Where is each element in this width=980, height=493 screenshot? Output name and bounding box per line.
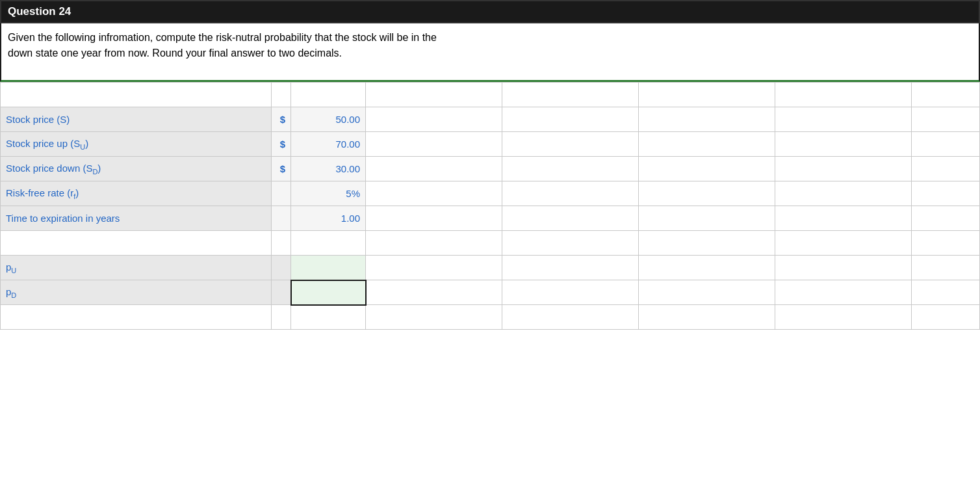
header-col5 — [502, 83, 639, 107]
stock-price-row: Stock price (S) $ 50.00 — [1, 107, 980, 132]
pd-label: pD — [1, 280, 272, 305]
risk-free-rate-row: Risk-free rate (rf) 5% — [1, 181, 980, 206]
question-header: Question 24 — [0, 0, 980, 23]
header-col7 — [775, 83, 912, 107]
pu-row: pU — [1, 256, 980, 280]
stock-price-down-row: Stock price down (SD) $ 30.00 — [1, 157, 980, 181]
stock-price-extra2 — [502, 107, 639, 132]
risk-free-rate-value: 5% — [291, 181, 366, 206]
time-expiration-row: Time to expiration in years 1.00 — [1, 206, 980, 231]
question-text-line1: Given the following infromation, compute… — [8, 32, 437, 43]
stock-price-up-currency: $ — [272, 132, 291, 157]
stock-price-value: 50.00 — [291, 107, 366, 132]
stock-price-up-row: Stock price up (SU) $ 70.00 — [1, 132, 980, 157]
stock-price-down-label: Stock price down (SD) — [1, 157, 272, 181]
question-title: Question 24 — [8, 5, 71, 18]
stock-price-up-value: 70.00 — [291, 132, 366, 157]
stock-price-extra5 — [912, 107, 980, 132]
stock-price-label: Stock price (S) — [1, 107, 272, 132]
stock-price-extra1 — [366, 107, 502, 132]
header-col6 — [639, 83, 775, 107]
pd-value[interactable] — [291, 280, 366, 305]
pu-value[interactable] — [291, 256, 366, 280]
question-body: Given the following infromation, compute… — [0, 23, 980, 82]
header-col4 — [366, 83, 502, 107]
header-col1 — [1, 83, 272, 107]
stock-price-extra4 — [775, 107, 912, 132]
question-text-line2: down state one year from now. Round your… — [8, 47, 342, 59]
time-expiration-label: Time to expiration in years — [1, 206, 272, 231]
empty-row-2 — [1, 305, 980, 330]
header-col2 — [272, 83, 291, 107]
time-expiration-value: 1.00 — [291, 206, 366, 231]
header-row — [1, 83, 980, 107]
stock-price-extra3 — [639, 107, 775, 132]
pu-currency — [272, 256, 291, 280]
risk-free-rate-label: Risk-free rate (rf) — [1, 181, 272, 206]
pd-currency — [272, 280, 291, 305]
stock-price-down-value: 30.00 — [291, 157, 366, 181]
pu-label: pU — [1, 256, 272, 280]
risk-free-rate-currency — [272, 181, 291, 206]
header-col8 — [912, 83, 980, 107]
pd-row: pD — [1, 280, 980, 305]
stock-price-currency: $ — [272, 107, 291, 132]
empty-row-1 — [1, 231, 980, 256]
header-col3 — [291, 83, 366, 107]
stock-price-up-label: Stock price up (SU) — [1, 132, 272, 157]
spreadsheet-table: Stock price (S) $ 50.00 Stock price up (… — [0, 82, 980, 330]
stock-price-down-currency: $ — [272, 157, 291, 181]
time-expiration-currency — [272, 206, 291, 231]
